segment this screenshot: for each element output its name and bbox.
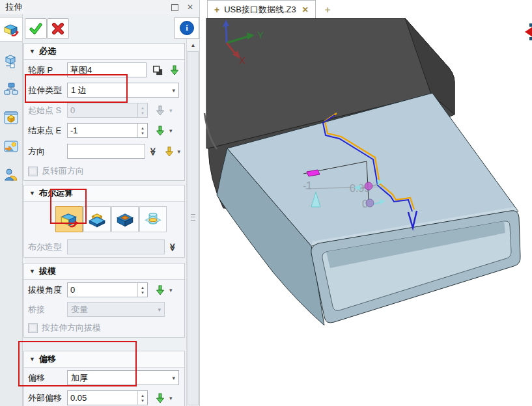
hierarchy-icon xyxy=(3,81,19,97)
scrollbar-grip xyxy=(191,214,195,221)
start-point-stepper: ▴▾ xyxy=(67,103,148,118)
document-tabbar: + USB接口数据线.Z3 ✕ + xyxy=(200,0,532,19)
confirm-button[interactable] xyxy=(25,18,47,39)
panel-scrollbar[interactable]: ▲ xyxy=(186,39,199,406)
start-point-apply-button xyxy=(153,104,167,117)
direction-apply-button[interactable] xyxy=(163,145,176,158)
copy-icon xyxy=(152,65,163,75)
inner-offset-sphere-handle[interactable] xyxy=(366,199,374,207)
sidebar-item-hierarchy[interactable] xyxy=(1,79,21,99)
scroll-up-button[interactable]: ▲ xyxy=(187,39,199,51)
chevron-more-icon[interactable]: ≫ xyxy=(168,243,177,251)
end-point-stepper[interactable]: ▴▾ xyxy=(67,123,148,138)
end-point-input[interactable] xyxy=(68,124,137,137)
restore-button[interactable] xyxy=(168,2,181,12)
cancel-button[interactable] xyxy=(47,18,69,39)
gray-arrow-icon xyxy=(156,105,165,116)
info-button[interactable]: i xyxy=(175,17,199,39)
draft-angle-stepper[interactable]: ▴▾ xyxy=(67,282,148,297)
sidebar-item-solid-window[interactable] xyxy=(1,108,21,128)
draft-by-direction-checkbox[interactable] xyxy=(28,323,38,333)
extrude-type-value: 1 边 xyxy=(71,85,87,96)
document-tab[interactable]: + USB接口数据线.Z3 ✕ xyxy=(207,0,316,18)
reverse-face-checkbox[interactable] xyxy=(28,167,38,176)
outer-offset-stepper[interactable]: ▴▾ xyxy=(67,390,148,405)
draft-angle-apply-button[interactable] xyxy=(153,284,167,297)
boolean-op-base-button[interactable] xyxy=(55,206,83,232)
dialog-toolbar xyxy=(22,14,186,40)
outer-offset-label: 外部偏移 xyxy=(28,392,67,404)
outer-offset-apply-button[interactable] xyxy=(153,392,167,405)
bridge-value: 变量 xyxy=(71,304,88,316)
section-boolean: ▼ 布尔运算 xyxy=(23,185,185,258)
draft-by-direction-label: 按拉伸方向拔模 xyxy=(42,322,101,334)
new-tab-button[interactable]: + xyxy=(325,4,331,15)
section-required-header[interactable]: ▼ 必选 xyxy=(24,44,184,60)
section-boolean-title: 布尔运算 xyxy=(39,187,73,199)
extrude-type-label: 拉伸类型 xyxy=(28,85,67,96)
profile-row: 轮廓 P xyxy=(24,60,184,80)
boolean-remove-icon xyxy=(115,210,135,228)
boolean-op-intersect-button[interactable] xyxy=(139,206,167,232)
app-window: 拉伸 ✕ xyxy=(0,0,532,406)
extrude-icon xyxy=(3,21,20,37)
section-draft: ▼ 拔模 拔模角度 ▴▾ xyxy=(23,263,185,338)
check-icon xyxy=(29,23,42,34)
offset-type-select[interactable]: 加厚 ▾ xyxy=(67,370,179,385)
caret-down-icon: ▾ xyxy=(172,87,175,94)
sidebar-item-user[interactable] xyxy=(1,165,21,185)
outer-offset-sphere-handle[interactable] xyxy=(365,182,372,190)
profile-apply-button[interactable] xyxy=(169,64,180,77)
start-point-input xyxy=(68,103,137,117)
collapse-icon: ▼ xyxy=(29,356,35,362)
profile-input[interactable] xyxy=(67,62,147,77)
dialog-side-toolbar xyxy=(0,14,23,406)
x-icon xyxy=(51,23,64,34)
green-arrow-icon xyxy=(156,393,165,403)
viewport-container: -1 0.05 0 Y xyxy=(200,18,532,406)
end-point-apply-button[interactable] xyxy=(153,124,167,137)
extrude-type-select[interactable]: 1 边 ▾ xyxy=(67,83,179,98)
x-axis-label: X xyxy=(239,55,245,66)
draft-angle-input[interactable] xyxy=(68,283,137,297)
dialog-title: 拉伸 xyxy=(5,1,168,13)
section-offset-header[interactable]: ▼ 偏移 xyxy=(24,351,184,368)
green-arrow-icon xyxy=(170,65,179,75)
tab-close-icon[interactable]: ✕ xyxy=(302,5,309,14)
caret-down-icon: ▾ xyxy=(172,375,175,381)
extrude-dialog: 拉伸 ✕ xyxy=(0,0,199,406)
boolean-op-add-button[interactable] xyxy=(83,206,111,232)
caret-down-icon: ▾ xyxy=(169,395,173,401)
direction-input[interactable] xyxy=(67,144,145,159)
section-draft-header[interactable]: ▼ 拔模 xyxy=(24,264,184,280)
viewport-3d[interactable]: -1 0.05 0 Y xyxy=(200,18,532,406)
profile-label: 轮廓 P xyxy=(28,64,67,76)
sidebar-item-extrude[interactable] xyxy=(0,17,22,42)
section-required-title: 必选 xyxy=(39,46,56,57)
scrollbar-thumb[interactable] xyxy=(188,51,199,405)
sidebar-item-wireframe[interactable] xyxy=(1,51,21,70)
reverse-face-label: 反转面方向 xyxy=(42,165,84,177)
spinner[interactable]: ▴▾ xyxy=(137,283,147,297)
end-distance-label: -1 xyxy=(303,180,312,191)
image-icon xyxy=(3,139,19,154)
boolean-shape-row: 布尔造型 ≫ xyxy=(24,237,184,257)
collapse-icon: ▼ xyxy=(29,268,35,275)
copy-button[interactable] xyxy=(152,64,163,77)
spinner[interactable]: ▴▾ xyxy=(137,124,147,137)
boolean-ops-row xyxy=(24,202,184,237)
sidebar-item-image[interactable] xyxy=(1,137,21,156)
end-point-row: 结束点 E ▴▾ ▾ xyxy=(24,120,184,141)
chevron-more-icon[interactable]: ≫ xyxy=(148,147,158,156)
boolean-op-remove-button[interactable] xyxy=(111,206,139,232)
document-tab-title: USB接口数据线.Z3 xyxy=(224,4,296,16)
spinner[interactable]: ▴▾ xyxy=(137,391,147,405)
offset-type-label: 偏移 xyxy=(28,372,67,384)
draft-angle-row: 拔模角度 ▴▾ ▾ xyxy=(24,280,184,300)
close-button[interactable]: ✕ xyxy=(184,2,197,12)
section-offset: ▼ 偏移 偏移 加厚 ▾ 外部偏移 ▴▾ xyxy=(23,351,185,406)
direction-label: 方向 xyxy=(28,146,67,157)
spinner: ▴▾ xyxy=(137,103,147,117)
section-boolean-header[interactable]: ▼ 布尔运算 xyxy=(24,185,184,202)
outer-offset-input[interactable] xyxy=(68,391,137,405)
